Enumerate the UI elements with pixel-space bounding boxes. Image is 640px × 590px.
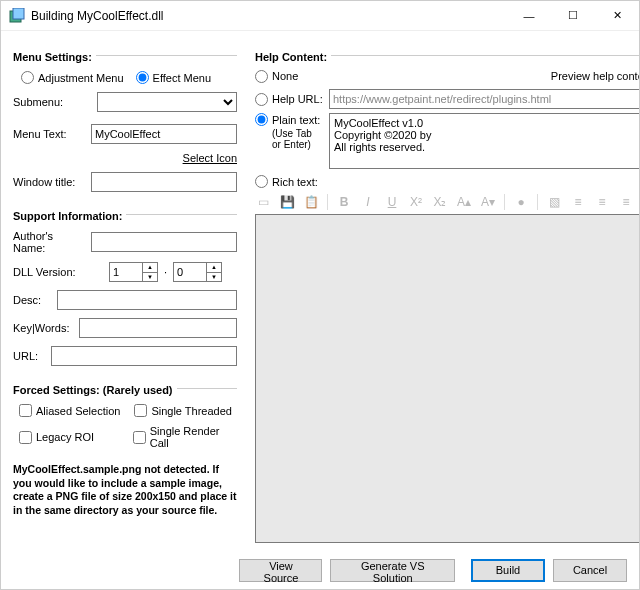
help-url-radio[interactable]: Help URL: — [255, 93, 323, 106]
minimize-button[interactable]: — — [507, 1, 551, 31]
footer: View Source Generate VS Solution Build C… — [1, 551, 639, 589]
aliased-checkbox[interactable]: Aliased Selection — [19, 404, 120, 417]
view-source-button[interactable]: View Source — [239, 559, 322, 582]
build-button[interactable]: Build — [471, 559, 545, 582]
author-label: Author's Name: — [13, 230, 85, 254]
submenu-select[interactable] — [97, 92, 237, 112]
url-label: URL: — [13, 350, 45, 362]
italic-icon[interactable]: I — [360, 194, 376, 210]
align-center-icon[interactable]: ≡ — [594, 194, 610, 210]
underline-icon[interactable]: U — [384, 194, 400, 210]
single-threaded-checkbox[interactable]: Single Threaded — [134, 404, 232, 417]
rich-text-area[interactable] — [255, 214, 639, 543]
image-icon[interactable]: ▧ — [546, 194, 562, 210]
keywords-input[interactable] — [79, 318, 237, 338]
desc-input[interactable] — [57, 290, 237, 310]
forced-header: Forced Settings: (Rarely used) — [13, 384, 173, 396]
menu-text-label: Menu Text: — [13, 128, 85, 140]
desc-label: Desc: — [13, 294, 51, 306]
open-icon[interactable]: ▭ — [255, 194, 271, 210]
help-url-input[interactable] — [329, 89, 639, 109]
menu-text-input[interactable] — [91, 124, 237, 144]
support-header: Support Information: — [13, 210, 122, 222]
close-button[interactable]: ✕ — [595, 1, 639, 31]
generate-vs-button[interactable]: Generate VS Solution — [330, 559, 455, 582]
window-title-input[interactable] — [91, 172, 237, 192]
paste-icon[interactable]: 📋 — [303, 194, 319, 210]
maximize-button[interactable]: ☐ — [551, 1, 595, 31]
menu-settings-header: Menu Settings: — [13, 51, 92, 63]
dll-version-label: DLL Version: — [13, 266, 103, 278]
author-input[interactable] — [91, 232, 237, 252]
plain-text-radio[interactable]: Plain text: — [255, 113, 320, 126]
save-icon[interactable]: 💾 — [279, 194, 295, 210]
superscript-icon[interactable]: X² — [408, 194, 424, 210]
help-header: Help Content: — [255, 51, 327, 63]
align-right-icon[interactable]: ≡ — [618, 194, 634, 210]
help-none-radio[interactable]: None — [255, 70, 323, 83]
dll-minor-spinner[interactable]: ▲▼ — [173, 262, 222, 282]
rich-toolbar: ▭ 💾 📋 B I U X² X₂ A▴ A▾ ● ▧ ≡ ≡ ≡ ⇥ ⇤ — [255, 190, 639, 214]
submenu-label: Submenu: — [13, 96, 91, 108]
window-title-label: Window title: — [13, 176, 85, 188]
preview-help-label: Preview help content: — [551, 70, 639, 82]
bullet-icon[interactable]: ● — [513, 194, 529, 210]
bold-icon[interactable]: B — [336, 194, 352, 210]
dll-major-spinner[interactable]: ▲▼ — [109, 262, 158, 282]
effect-menu-radio[interactable]: Effect Menu — [136, 71, 212, 84]
dialog-window: Building MyCoolEffect.dll — ☐ ✕ Menu Set… — [0, 0, 640, 590]
subscript-icon[interactable]: X₂ — [432, 194, 448, 210]
font-dec-icon[interactable]: A▾ — [480, 194, 496, 210]
font-inc-icon[interactable]: A▴ — [456, 194, 472, 210]
select-icon-link[interactable]: Select Icon — [183, 152, 237, 164]
titlebar: Building MyCoolEffect.dll — ☐ ✕ — [1, 1, 639, 31]
svg-rect-1 — [13, 8, 24, 19]
cancel-button[interactable]: Cancel — [553, 559, 627, 582]
window-title: Building MyCoolEffect.dll — [31, 9, 507, 23]
rich-text-radio[interactable]: Rich text: — [255, 175, 323, 188]
keywords-label: Key|Words: — [13, 322, 73, 334]
adjustment-menu-radio[interactable]: Adjustment Menu — [21, 71, 124, 84]
url-input[interactable] — [51, 346, 237, 366]
legacy-roi-checkbox[interactable]: Legacy ROI — [19, 431, 119, 444]
single-render-checkbox[interactable]: Single Render Call — [133, 425, 237, 449]
app-icon — [9, 8, 25, 24]
sample-notice: MyCoolEffect.sample.png not detected. If… — [13, 463, 237, 518]
plain-text-sub: (Use Tab or Enter) — [272, 128, 323, 150]
align-left-icon[interactable]: ≡ — [570, 194, 586, 210]
plain-text-box[interactable]: MyCoolEffect v1.0 Copyright ©2020 by All… — [329, 113, 639, 169]
